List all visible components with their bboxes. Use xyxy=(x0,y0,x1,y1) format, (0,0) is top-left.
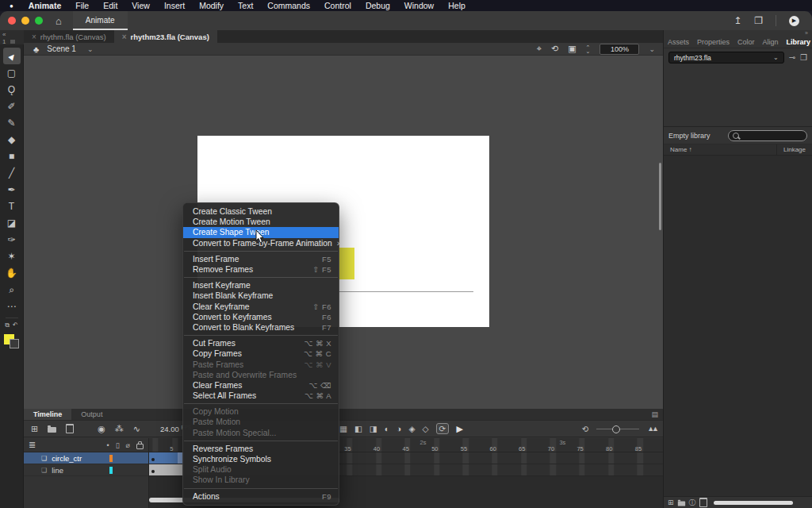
menu-item[interactable]: Paste Motion Special... › xyxy=(183,428,339,441)
zoom-dropdown-icon[interactable]: ⌄ xyxy=(649,45,655,53)
hand-tool[interactable]: ✋ xyxy=(3,264,21,281)
rotation-icon[interactable]: ⟲ xyxy=(551,44,558,54)
dock-collapse-icon[interactable]: » xyxy=(664,30,812,36)
timeline-tab[interactable]: Output xyxy=(71,409,112,420)
menu-item[interactable]: Clear Frames ⌥ ⌫ › xyxy=(183,380,339,391)
selection-tool[interactable]: ► xyxy=(3,48,21,64)
menu-item[interactable]: Insert Frame F5 › xyxy=(183,254,339,264)
home-icon[interactable]: ⌂ xyxy=(56,15,62,27)
share-icon[interactable]: ↥ xyxy=(733,15,741,26)
menu-item[interactable]: Paste Frames ⌥ ⌘ V › xyxy=(183,359,339,369)
delete-layer-icon[interactable] xyxy=(66,424,74,433)
pasteboard[interactable] xyxy=(24,56,663,409)
step-back-icon[interactable]: ⟲ xyxy=(582,425,588,433)
menubar-item[interactable]: Help xyxy=(441,0,473,11)
center-stage-icon[interactable]: ⌖ xyxy=(537,44,542,54)
clip-content-icon[interactable]: ▣ xyxy=(568,44,576,54)
menu-item[interactable]: Convert to Keyframes F6 › xyxy=(183,312,339,322)
menubar-item[interactable]: Animate xyxy=(21,0,68,11)
hide-layers-icon[interactable]: ⌀ xyxy=(126,441,130,449)
close-window-button[interactable] xyxy=(8,17,16,25)
rectangle-tool[interactable]: ■ xyxy=(3,148,21,164)
menu-item[interactable]: Select All Frames ⌥ ⌘ A › xyxy=(183,391,339,404)
more-tools[interactable]: ⋯ xyxy=(3,298,21,314)
menu-item[interactable]: Remove Frames ⇧ F5 › xyxy=(183,264,339,278)
panel-tab[interactable]: Color xyxy=(733,38,759,46)
menu-item[interactable]: Show In Library › xyxy=(183,475,339,488)
swap-colors-icon[interactable]: ↶ xyxy=(13,321,18,329)
tools-dock-header[interactable]: « 1 xyxy=(0,30,24,44)
zoom-tool[interactable]: ⌕ xyxy=(3,281,21,298)
menubar-item[interactable]: Control xyxy=(317,0,358,11)
menubar-item[interactable]: Insert xyxy=(157,0,192,11)
layer-color-chip[interactable] xyxy=(109,455,113,462)
menubar-item[interactable]: Modify xyxy=(192,0,231,11)
play-icon[interactable]: ▶ xyxy=(456,424,462,434)
slider-knob[interactable] xyxy=(612,425,620,433)
menu-item[interactable]: Copy Frames ⌥ ⌘ C › xyxy=(183,348,339,359)
menubar-item[interactable]: Commands xyxy=(260,0,317,11)
stage-yellow-rectangle[interactable] xyxy=(339,248,354,279)
library-document-select[interactable]: rhythm23.fla ⌄ xyxy=(668,52,784,64)
panel-tab[interactable]: Assets xyxy=(664,38,693,46)
new-layer-icon[interactable]: ⊞ xyxy=(31,424,38,434)
menu-item[interactable]: Synchronize Symbols › xyxy=(183,454,339,464)
timeline-panel-menu-icon[interactable]: ▤ xyxy=(651,409,663,420)
insert-blank-keyframe-icon[interactable]: ◨ xyxy=(370,424,377,433)
loop-icon[interactable]: ⟳ xyxy=(436,423,450,434)
stepper-down-icon[interactable]: ⌄ xyxy=(586,49,591,53)
fluid-brush-tool[interactable]: ✐ xyxy=(3,98,21,114)
library-search-input[interactable] xyxy=(728,130,807,141)
menu-item[interactable]: Insert Blank Keyframe › xyxy=(183,291,339,301)
text-tool[interactable]: T xyxy=(3,198,21,214)
panel-tab[interactable]: Library xyxy=(783,38,812,46)
menu-item[interactable]: Cut Frames ⌥ ⌘ X › xyxy=(183,338,339,348)
paint-bucket-tool[interactable]: ◪ xyxy=(3,214,21,231)
insert-keyframe-icon[interactable]: ◧ xyxy=(354,424,362,433)
menu-item[interactable]: Create Classic Tween › xyxy=(183,206,339,217)
menu-item[interactable]: Insert Keyframe › xyxy=(183,280,339,291)
menu-item[interactable]: Reverse Frames › xyxy=(183,444,339,454)
show-device-icon[interactable]: ▯ xyxy=(116,441,120,449)
timeline-zoom-slider[interactable] xyxy=(596,429,639,429)
subselection-tool[interactable]: ▢ xyxy=(3,64,21,81)
column-name[interactable]: Name ↑ xyxy=(670,146,776,153)
camera-icon[interactable]: ◉ xyxy=(98,424,105,434)
onion-skin-outlines-icon[interactable]: ◑ xyxy=(396,424,401,433)
menu-item[interactable]: Paste and Overwrite Frames › xyxy=(183,370,339,380)
lasso-tool[interactable]: Ǫ xyxy=(3,81,21,98)
eyedropper-tool[interactable]: ✑ xyxy=(3,231,21,248)
line-tool[interactable]: ╱ xyxy=(3,164,21,181)
menubar-item[interactable]: View xyxy=(124,0,157,11)
close-tab-icon[interactable]: × xyxy=(32,33,36,41)
frame-span[interactable] xyxy=(149,452,184,464)
graph-editor-icon[interactable]: ∿ xyxy=(133,424,140,434)
layers-icon[interactable]: ≣ xyxy=(29,440,36,450)
snap-icon[interactable]: ⧉ xyxy=(5,321,10,329)
stage-line-shape[interactable] xyxy=(339,291,473,292)
lock-layers-icon[interactable] xyxy=(136,444,144,449)
menu-item[interactable]: Convert to Blank Keyframes F7 › xyxy=(183,322,339,336)
insert-frame-icon[interactable]: ▦ xyxy=(339,424,347,433)
menubar-item[interactable]: Debug xyxy=(358,0,397,11)
modify-markers-icon[interactable]: ◇ xyxy=(423,424,429,433)
frame-span[interactable] xyxy=(149,464,184,475)
asset-warp-tool[interactable]: ✶ xyxy=(3,248,21,264)
panel-tab[interactable]: Align xyxy=(759,38,783,46)
menu-item[interactable]: Paste Motion › xyxy=(183,417,339,427)
document-tab[interactable]: × rhythm23.fla (Canvas) xyxy=(114,30,217,43)
menubar-item[interactable]: File xyxy=(68,0,96,11)
library-horizontal-scrollbar[interactable] xyxy=(714,501,793,505)
frame-view-icon[interactable]: ▲▲ xyxy=(647,425,657,433)
test-movie-icon[interactable]: ▶ xyxy=(789,16,799,26)
new-symbol-icon[interactable]: ⊞ xyxy=(668,498,674,506)
menubar-item[interactable]: Window xyxy=(397,0,441,11)
layer-row[interactable]: ❏ circle_ctr xyxy=(24,452,148,464)
menu-item[interactable]: Split Audio › xyxy=(183,464,339,475)
menu-item[interactable]: Create Motion Tween › xyxy=(183,217,339,227)
layer-name[interactable]: circle_ctr xyxy=(52,454,82,463)
classic-brush-tool[interactable]: ✎ xyxy=(3,114,21,131)
scene-chevron-icon[interactable]: ⌄ xyxy=(87,45,94,53)
new-library-panel-icon[interactable]: ❐ xyxy=(800,53,807,62)
new-folder-icon[interactable] xyxy=(677,501,684,506)
